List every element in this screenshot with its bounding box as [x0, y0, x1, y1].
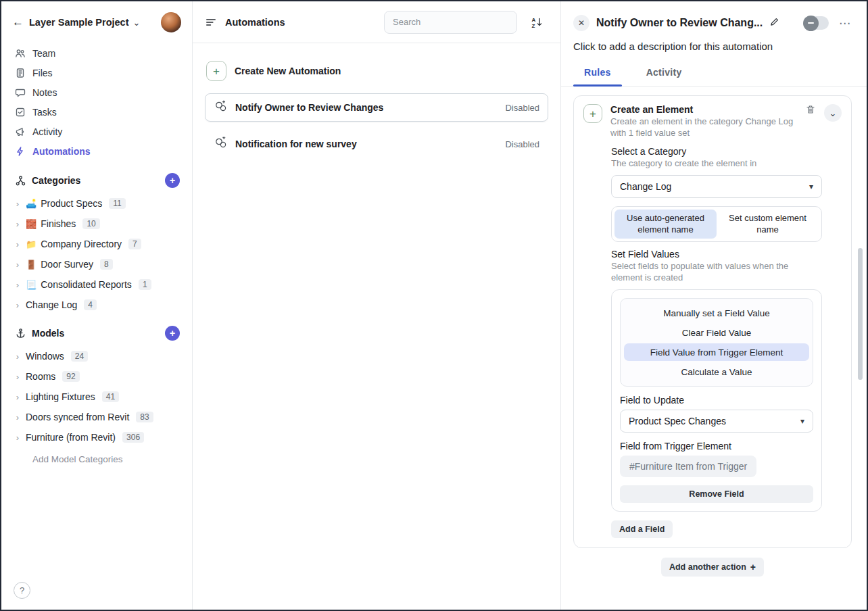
expand-caret-icon[interactable]: ›: [14, 199, 22, 209]
count-badge: 92: [62, 371, 79, 382]
enabled-toggle[interactable]: [804, 16, 829, 30]
project-title[interactable]: Layer Sample Project: [29, 17, 129, 28]
add-field-button[interactable]: Add a Field: [611, 520, 673, 538]
mode-field-from-trigger[interactable]: Field Value from Trigger Element: [624, 343, 809, 361]
menu-icon[interactable]: [205, 16, 217, 28]
detail-tabs: Rules Activity: [561, 60, 867, 87]
avatar[interactable]: [161, 12, 181, 32]
close-icon[interactable]: ✕: [573, 15, 589, 31]
edit-title-button[interactable]: [769, 17, 779, 30]
custom-name-option[interactable]: Set custom element name: [717, 210, 819, 239]
category-door-survey[interactable]: › 🚪 Door Survey 8: [1, 254, 192, 274]
sidebar: ← Layer Sample Project ⌄ Team Files Note…: [1, 1, 193, 610]
model-label: Windows: [26, 351, 64, 362]
nav-label: Notes: [32, 87, 57, 98]
automation-icon: [214, 135, 228, 153]
count-badge: 306: [122, 432, 144, 443]
help-button[interactable]: ?: [14, 582, 30, 599]
team-icon: [15, 48, 26, 59]
mode-manually-set[interactable]: Manually set a Field Value: [624, 304, 809, 322]
expand-caret-icon[interactable]: ›: [14, 300, 22, 310]
models-icon: [15, 328, 26, 339]
sidebar-item-files[interactable]: Files: [1, 63, 192, 82]
expand-caret-icon[interactable]: ›: [14, 239, 22, 249]
project-switcher-chevron-icon[interactable]: ⌄: [133, 18, 141, 28]
automation-detail-panel: ✕ Notify Owner to Review Chang... ⋯ Clic…: [561, 1, 867, 610]
description-placeholder[interactable]: Click to add a description for this auto…: [561, 38, 867, 60]
sidebar-item-activity[interactable]: Activity: [1, 122, 192, 141]
category-consolidated-reports[interactable]: › 📃 Consolidated Reports 1: [1, 274, 192, 295]
field-value-card: Manually set a Field Value Clear Field V…: [611, 289, 822, 512]
remove-field-button[interactable]: Remove Field: [620, 485, 813, 503]
count-badge: 10: [82, 218, 99, 229]
automation-name: Notification for new survey: [235, 139, 357, 149]
automations-icon: [15, 146, 26, 157]
expand-caret-icon[interactable]: ›: [14, 260, 22, 270]
action-card-header: + Create an Element Create an element in…: [583, 104, 842, 139]
sort-icon: AZ: [531, 16, 543, 28]
category-finishes[interactable]: › 🧱 Finishes 10: [1, 214, 192, 234]
back-icon[interactable]: ←: [12, 16, 24, 29]
nav-label: Automations: [32, 146, 91, 157]
collapse-action-button[interactable]: ⌄: [824, 104, 842, 122]
expand-caret-icon[interactable]: ›: [14, 433, 22, 443]
nav-label: Activity: [32, 126, 62, 137]
mode-clear-field[interactable]: Clear Field Value: [624, 324, 809, 341]
expand-caret-icon[interactable]: ›: [14, 392, 22, 402]
select-category-label: Select a Category: [611, 146, 822, 157]
category-product-specs[interactable]: › 🛋️ Product Specs 11: [1, 193, 192, 214]
category-change-log[interactable]: › Change Log 4: [1, 295, 192, 315]
automation-name: Notify Owner to Review Changes: [235, 102, 383, 113]
sidebar-item-team[interactable]: Team: [1, 43, 192, 63]
model-rooms[interactable]: › Rooms 92: [1, 366, 192, 387]
sidebar-item-notes[interactable]: Notes: [1, 82, 192, 102]
category-select[interactable]: Change Log ▾: [611, 175, 822, 198]
count-badge: 4: [84, 299, 97, 310]
add-category-button[interactable]: +: [165, 173, 180, 188]
tab-activity[interactable]: Activity: [629, 60, 700, 86]
categories-title: Categories: [32, 175, 80, 186]
field-to-update-select[interactable]: Product Spec Changes ▾: [620, 410, 813, 433]
expand-caret-icon[interactable]: ›: [14, 280, 22, 290]
mode-calculate-value[interactable]: Calculate a Value: [624, 363, 809, 381]
trigger-field-chip[interactable]: #Furniture Item from Trigger: [620, 456, 756, 477]
count-badge: 7: [128, 239, 141, 249]
sidebar-item-automations[interactable]: Automations: [1, 141, 192, 161]
model-lighting-fixtures[interactable]: › Lighting Fixtures 41: [1, 387, 192, 407]
expand-caret-icon[interactable]: ›: [14, 412, 22, 422]
add-another-action-button[interactable]: Add another action +: [661, 558, 764, 577]
sidebar-item-tasks[interactable]: Tasks: [1, 102, 192, 122]
models-header: Models +: [1, 315, 192, 346]
add-model-categories-link[interactable]: Add Model Categories: [1, 447, 192, 470]
files-icon: [15, 68, 26, 78]
tab-rules[interactable]: Rules: [566, 60, 629, 86]
rules-content: + Create an Element Create an element in…: [561, 87, 867, 610]
automation-list-item[interactable]: Notification for new survey Disabled: [205, 130, 548, 158]
expand-caret-icon[interactable]: ›: [14, 351, 22, 362]
nav-label: Tasks: [32, 107, 57, 118]
more-options-button[interactable]: ⋯: [836, 14, 854, 32]
model-doors-synced[interactable]: › Doors synced from Revit 83: [1, 407, 192, 427]
add-another-action-label: Add another action: [669, 562, 746, 572]
automation-icon: [214, 99, 228, 116]
delete-action-button[interactable]: [805, 104, 816, 139]
automation-list-item[interactable]: Notify Owner to Review Changes Disabled: [205, 93, 548, 122]
vertical-scrollbar[interactable]: [858, 248, 863, 380]
expand-caret-icon[interactable]: ›: [14, 372, 22, 382]
category-company-directory[interactable]: › 📁 Company Directory 7: [1, 234, 192, 254]
category-label: Product Specs: [41, 198, 102, 209]
model-windows[interactable]: › Windows 24: [1, 346, 192, 366]
expand-caret-icon[interactable]: ›: [14, 219, 22, 229]
auto-generated-name-option[interactable]: Use auto-generated element name: [614, 210, 717, 239]
search-input[interactable]: [384, 11, 517, 34]
sort-button[interactable]: AZ: [525, 11, 548, 34]
model-furniture[interactable]: › Furniture (from Revit) 306: [1, 427, 192, 447]
list-header: Automations AZ: [193, 1, 560, 43]
create-new-automation-button[interactable]: + Create New Automation: [205, 61, 548, 81]
list-body: + Create New Automation Notify Owner to …: [193, 43, 560, 176]
sidebar-header: ← Layer Sample Project ⌄: [1, 1, 192, 41]
set-field-values-help: Select fields to populate with values wh…: [611, 261, 822, 284]
add-model-button[interactable]: +: [165, 326, 180, 341]
detail-header: ✕ Notify Owner to Review Chang... ⋯: [561, 1, 867, 38]
nav-label: Files: [32, 68, 53, 78]
